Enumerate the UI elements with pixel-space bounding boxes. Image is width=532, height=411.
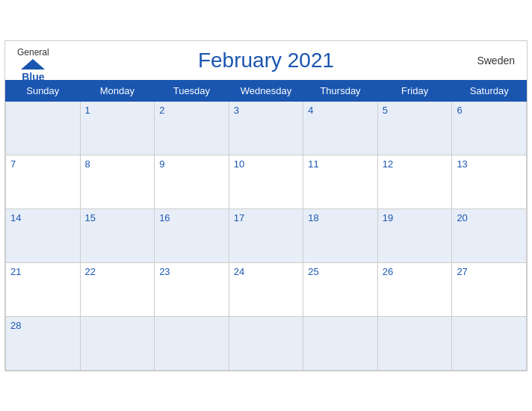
day-number: 15 bbox=[85, 212, 96, 223]
day-number: 1 bbox=[85, 105, 90, 116]
weekday-header-saturday: Saturday bbox=[452, 80, 527, 101]
day-number: 23 bbox=[159, 266, 170, 277]
brand-general-text: General bbox=[17, 47, 49, 58]
day-number: 26 bbox=[383, 266, 393, 277]
weekday-header-row: SundayMondayTuesdayWednesdayThursdayFrid… bbox=[6, 80, 527, 101]
day-number: 20 bbox=[457, 212, 467, 223]
calendar-cell: 2 bbox=[155, 101, 229, 155]
calendar-cell bbox=[377, 316, 452, 370]
calendar-cell: 3 bbox=[229, 101, 303, 155]
weekday-header-monday: Monday bbox=[80, 80, 155, 101]
calendar: General Blue February 2021 Sweden Sunday… bbox=[4, 40, 528, 371]
day-number: 12 bbox=[383, 158, 393, 170]
calendar-cell: 21 bbox=[6, 262, 81, 316]
day-number: 8 bbox=[85, 158, 90, 170]
calendar-header: General Blue February 2021 Sweden bbox=[5, 41, 527, 80]
day-number: 22 bbox=[85, 266, 96, 277]
calendar-title: February 2021 bbox=[198, 49, 334, 72]
day-number: 11 bbox=[308, 158, 318, 170]
day-number: 13 bbox=[457, 158, 467, 170]
day-number: 14 bbox=[10, 212, 21, 223]
weekday-header-tuesday: Tuesday bbox=[155, 80, 229, 101]
brand-icon bbox=[19, 58, 46, 71]
calendar-cell: 16 bbox=[155, 208, 229, 262]
calendar-cell: 22 bbox=[80, 262, 155, 316]
weekday-header-wednesday: Wednesday bbox=[229, 80, 303, 101]
weekday-header-friday: Friday bbox=[377, 80, 452, 101]
calendar-cell: 19 bbox=[377, 208, 452, 262]
day-number: 25 bbox=[308, 266, 318, 277]
day-number: 16 bbox=[159, 212, 170, 223]
calendar-cell: 24 bbox=[229, 262, 303, 316]
calendar-cell: 8 bbox=[80, 155, 155, 208]
calendar-cell: 25 bbox=[303, 262, 378, 316]
calendar-cell: 20 bbox=[452, 208, 527, 262]
calendar-table: SundayMondayTuesdayWednesdayThursdayFrid… bbox=[5, 80, 527, 371]
day-number: 17 bbox=[234, 212, 244, 223]
calendar-cell: 5 bbox=[377, 101, 452, 155]
calendar-cell: 17 bbox=[229, 208, 303, 262]
calendar-cell: 18 bbox=[303, 208, 378, 262]
brand-logo-area: General Blue bbox=[17, 47, 49, 83]
calendar-cell: 26 bbox=[377, 262, 452, 316]
calendar-cell: 7 bbox=[6, 155, 81, 208]
calendar-cell: 14 bbox=[6, 208, 81, 262]
weekday-header-sunday: Sunday bbox=[6, 80, 81, 101]
calendar-row-0: 123456 bbox=[6, 101, 527, 155]
calendar-thead: SundayMondayTuesdayWednesdayThursdayFrid… bbox=[6, 80, 527, 101]
weekday-header-thursday: Thursday bbox=[303, 80, 378, 101]
day-number: 9 bbox=[159, 158, 164, 170]
day-number: 24 bbox=[234, 266, 244, 277]
calendar-row-2: 14151617181920 bbox=[6, 208, 527, 262]
calendar-cell bbox=[80, 316, 155, 370]
calendar-cell: 1 bbox=[80, 101, 155, 155]
day-number: 10 bbox=[234, 158, 244, 170]
calendar-cell bbox=[452, 316, 527, 370]
calendar-cell: 13 bbox=[452, 155, 527, 208]
day-number: 18 bbox=[308, 212, 318, 223]
calendar-cell: 9 bbox=[155, 155, 229, 208]
day-number: 28 bbox=[10, 320, 21, 331]
country-label: Sweden bbox=[477, 55, 515, 67]
day-number: 4 bbox=[308, 105, 313, 116]
calendar-cell: 27 bbox=[452, 262, 527, 316]
calendar-cell bbox=[229, 316, 303, 370]
day-number: 2 bbox=[159, 105, 164, 116]
calendar-cell: 23 bbox=[155, 262, 229, 316]
svg-marker-0 bbox=[21, 59, 45, 69]
calendar-cell: 12 bbox=[377, 155, 452, 208]
calendar-row-1: 78910111213 bbox=[6, 155, 527, 208]
day-number: 19 bbox=[383, 212, 393, 223]
calendar-cell: 6 bbox=[452, 101, 527, 155]
day-number: 3 bbox=[234, 105, 239, 116]
calendar-cell: 4 bbox=[303, 101, 378, 155]
calendar-row-4: 28 bbox=[6, 316, 527, 370]
calendar-row-3: 21222324252627 bbox=[6, 262, 527, 316]
calendar-cell bbox=[155, 316, 229, 370]
calendar-cell: 11 bbox=[303, 155, 378, 208]
calendar-cell bbox=[6, 101, 81, 155]
calendar-cell: 10 bbox=[229, 155, 303, 208]
day-number: 27 bbox=[457, 266, 467, 277]
brand-blue-text: Blue bbox=[22, 71, 44, 83]
calendar-body: 1234567891011121314151617181920212223242… bbox=[6, 101, 527, 370]
day-number: 21 bbox=[10, 266, 21, 277]
calendar-cell: 28 bbox=[6, 316, 81, 370]
day-number: 5 bbox=[383, 105, 388, 116]
day-number: 7 bbox=[10, 158, 16, 170]
day-number: 6 bbox=[457, 105, 462, 116]
calendar-cell: 15 bbox=[80, 208, 155, 262]
calendar-cell bbox=[303, 316, 378, 370]
